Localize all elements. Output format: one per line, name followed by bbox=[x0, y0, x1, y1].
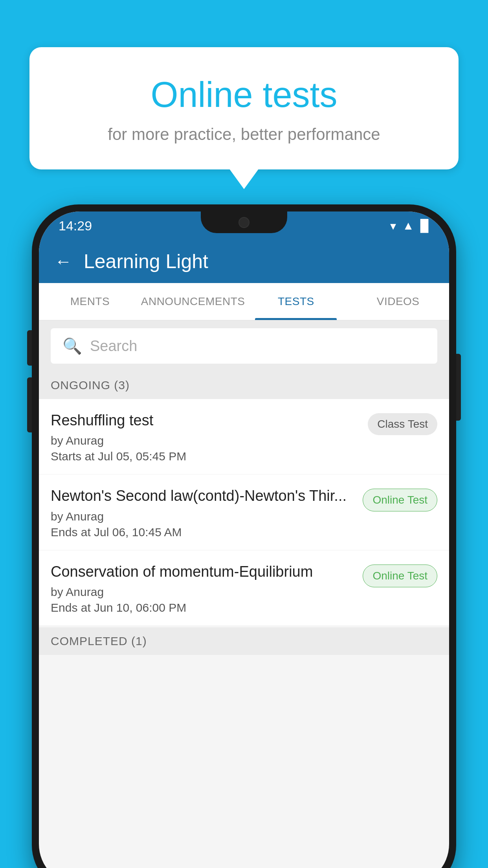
status-time: 14:29 bbox=[59, 218, 92, 234]
test-list: Reshuffling test by Anurag Starts at Jul… bbox=[39, 399, 449, 626]
app-bar: ← Learning Light bbox=[39, 240, 449, 283]
power-button bbox=[456, 354, 461, 421]
test-badge-1: Class Test bbox=[368, 413, 437, 435]
search-placeholder: Search bbox=[90, 338, 137, 355]
phone-frame: 14:29 ▾ ▲ ▉ ← Learning Light MENTS ANNOU… bbox=[32, 204, 456, 868]
volume-button-down bbox=[27, 377, 32, 432]
test-item-3[interactable]: Conservation of momentum-Equilibrium by … bbox=[39, 550, 449, 626]
search-box[interactable]: 🔍 Search bbox=[51, 328, 437, 364]
tab-tests[interactable]: TESTS bbox=[245, 283, 347, 320]
speech-bubble-container: Online tests for more practice, better p… bbox=[29, 47, 459, 169]
completed-label: COMPLETED (1) bbox=[51, 634, 147, 647]
volume-button-up bbox=[27, 330, 32, 366]
test-time-2: Ends at Jul 06, 10:45 AM bbox=[51, 526, 355, 539]
back-button[interactable]: ← bbox=[55, 252, 72, 271]
ongoing-section-header: ONGOING (3) bbox=[39, 371, 449, 399]
test-item-1[interactable]: Reshuffling test by Anurag Starts at Jul… bbox=[39, 399, 449, 474]
speech-bubble: Online tests for more practice, better p… bbox=[29, 47, 459, 169]
phone-camera bbox=[238, 217, 250, 228]
test-name-2: Newton's Second law(contd)-Newton's Thir… bbox=[51, 486, 355, 506]
test-badge-3: Online Test bbox=[363, 565, 437, 587]
test-author-3: by Anurag bbox=[51, 585, 355, 599]
test-item-2[interactable]: Newton's Second law(contd)-Newton's Thir… bbox=[39, 474, 449, 550]
tab-ments[interactable]: MENTS bbox=[39, 283, 141, 320]
app-title: Learning Light bbox=[84, 250, 208, 273]
search-icon: 🔍 bbox=[62, 337, 82, 355]
signal-icon: ▲ bbox=[402, 219, 414, 232]
test-author-1: by Anurag bbox=[51, 434, 360, 447]
test-name-3: Conservation of momentum-Equilibrium bbox=[51, 562, 355, 581]
test-badge-2: Online Test bbox=[363, 489, 437, 511]
phone-notch bbox=[201, 211, 287, 233]
bubble-subtitle: for more practice, better performance bbox=[61, 125, 427, 144]
phone-outer: 14:29 ▾ ▲ ▉ ← Learning Light MENTS ANNOU… bbox=[32, 204, 456, 868]
tab-videos[interactable]: VIDEOS bbox=[347, 283, 449, 320]
test-author-2: by Anurag bbox=[51, 510, 355, 523]
test-time-1: Starts at Jul 05, 05:45 PM bbox=[51, 450, 360, 463]
test-time-3: Ends at Jun 10, 06:00 PM bbox=[51, 601, 355, 614]
test-info-3: Conservation of momentum-Equilibrium by … bbox=[51, 562, 363, 614]
test-name-1: Reshuffling test bbox=[51, 411, 360, 430]
ongoing-label: ONGOING (3) bbox=[51, 379, 130, 392]
tab-announcements[interactable]: ANNOUNCEMENTS bbox=[141, 283, 245, 320]
completed-section-header: COMPLETED (1) bbox=[39, 627, 449, 655]
test-info-1: Reshuffling test by Anurag Starts at Jul… bbox=[51, 411, 368, 463]
search-container: 🔍 Search bbox=[39, 320, 449, 371]
phone-screen: 14:29 ▾ ▲ ▉ ← Learning Light MENTS ANNOU… bbox=[39, 211, 449, 868]
bubble-title: Online tests bbox=[61, 75, 427, 115]
wifi-icon: ▾ bbox=[390, 219, 396, 233]
battery-icon: ▉ bbox=[420, 219, 429, 233]
tab-bar: MENTS ANNOUNCEMENTS TESTS VIDEOS bbox=[39, 283, 449, 320]
test-info-2: Newton's Second law(contd)-Newton's Thir… bbox=[51, 486, 363, 539]
status-icons: ▾ ▲ ▉ bbox=[390, 219, 429, 233]
